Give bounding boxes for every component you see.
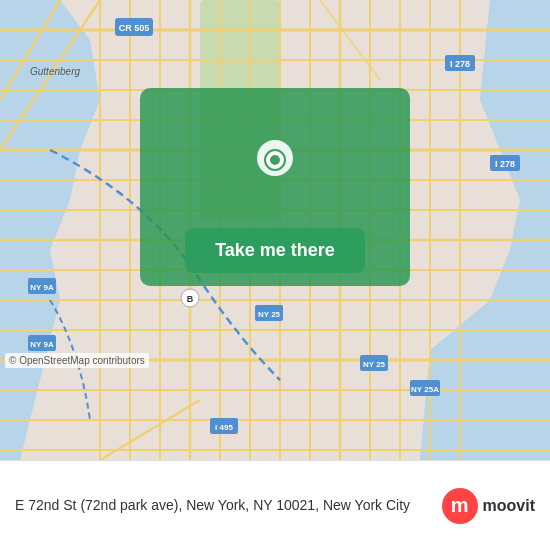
address-line: E 72nd St (72nd park ave), New York, NY …	[15, 497, 410, 513]
svg-text:CR 505: CR 505	[119, 23, 150, 33]
moovit-logo: m moovit	[442, 488, 535, 524]
moovit-icon: m	[442, 488, 478, 524]
svg-text:NY 9A: NY 9A	[30, 283, 54, 292]
svg-text:I 278: I 278	[450, 59, 470, 69]
svg-text:Guttenberg: Guttenberg	[30, 66, 80, 77]
map-container: CR 505 I 278 I 278 NY 9A NY 9A NY 25 NY …	[0, 0, 550, 460]
svg-text:I 278: I 278	[495, 159, 515, 169]
moovit-label: moovit	[483, 497, 535, 515]
take-me-there-button[interactable]: Take me there	[185, 228, 365, 273]
svg-text:B: B	[187, 294, 194, 304]
svg-text:NY 9A: NY 9A	[30, 340, 54, 349]
info-text: E 72nd St (72nd park ave), New York, NY …	[15, 496, 442, 516]
svg-text:NY 25A: NY 25A	[411, 385, 439, 394]
svg-point-63	[270, 155, 280, 165]
svg-text:I 495: I 495	[215, 423, 233, 432]
osm-attribution: © OpenStreetMap contributors	[5, 353, 149, 368]
svg-text:NY 25: NY 25	[363, 360, 386, 369]
info-bar: E 72nd St (72nd park ave), New York, NY …	[0, 460, 550, 550]
map-pin	[255, 140, 295, 196]
svg-text:NY 25: NY 25	[258, 310, 281, 319]
